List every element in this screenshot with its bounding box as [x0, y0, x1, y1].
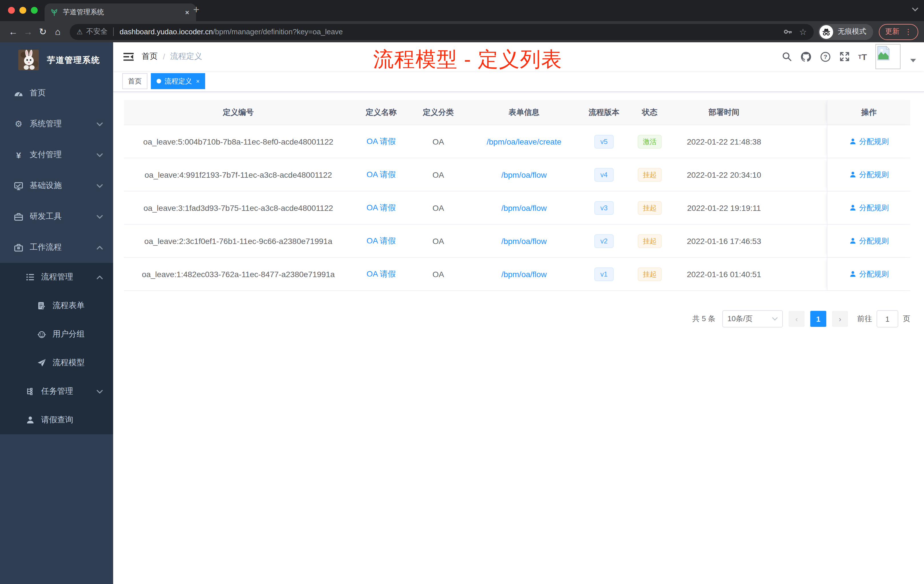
font-size-icon[interactable]: TT — [858, 52, 867, 61]
avatar[interactable] — [875, 44, 901, 69]
bookmark-star-icon[interactable]: ☆ — [799, 26, 807, 37]
form-link[interactable]: /bpm/oa/leave/create — [487, 137, 561, 146]
sidebar-item-process-management[interactable]: 流程管理 — [0, 263, 113, 292]
sidebar-item-workflow[interactable]: 工作流程 — [0, 232, 113, 263]
github-icon[interactable] — [800, 51, 811, 62]
chevron-up-icon — [97, 275, 103, 279]
user-icon — [849, 138, 856, 145]
assign-rule-button[interactable]: 分配规则 — [849, 136, 889, 147]
sidebar-item-system[interactable]: ⚙ 系统管理 — [0, 109, 113, 139]
svg-text:?: ? — [823, 53, 827, 60]
tab-title: 芋道管理系统 — [63, 7, 180, 17]
dashboard-icon — [14, 88, 23, 98]
forward-button[interactable]: → — [21, 26, 35, 37]
sidebar-item-infrastructure[interactable]: 基础设施 — [0, 170, 113, 201]
tab-search-icon[interactable] — [912, 7, 918, 12]
chevron-down-icon — [772, 317, 778, 320]
definition-name-link[interactable]: OA 请假 — [366, 236, 396, 246]
home-button[interactable]: ⌂ — [50, 26, 65, 37]
browser-update-button[interactable]: 更新 ⋮ — [879, 24, 918, 40]
sidebar: 芋道管理系统 首页 ⚙ 系统管理 ¥ 支付管理 — [0, 42, 113, 584]
table-row: oa_leave:5:004b710b-7b8a-11ec-8ef0-acde4… — [124, 125, 910, 158]
table-row: oa_leave:2:3c1f0ef1-76b1-11ec-9c66-a2380… — [124, 224, 910, 258]
tag-home[interactable]: 首页 — [122, 73, 147, 89]
sidebar-item-label: 首页 — [30, 88, 103, 98]
definition-name-link[interactable]: OA 请假 — [366, 136, 396, 147]
current-page-button[interactable]: 1 — [810, 311, 826, 327]
cell-deploy-time: 2022-01-22 21:48:38 — [673, 125, 776, 158]
definition-name-link[interactable]: OA 请假 — [366, 170, 396, 180]
sidebar-item-process-model[interactable]: 流程模型 — [0, 348, 113, 377]
form-link[interactable]: /bpm/oa/flow — [502, 236, 547, 246]
sidebar-logo-row[interactable]: 芋道管理系统 — [0, 42, 113, 78]
chevron-down-icon — [97, 184, 103, 188]
form-icon — [36, 301, 46, 310]
version-tag: v5 — [594, 135, 614, 148]
url-path: /bpm/manager/definition?key=oa_leave — [213, 27, 343, 36]
page-size-select[interactable]: 10条/页 — [722, 310, 783, 327]
tag-process-definition[interactable]: 流程定义 × — [151, 73, 205, 89]
form-link[interactable]: /bpm/oa/flow — [502, 269, 547, 279]
page-unit-label: 页 — [903, 314, 910, 324]
cell-deploy-time: 2022-01-16 17:46:53 — [673, 224, 776, 257]
definition-name-link[interactable]: OA 请假 — [366, 203, 396, 213]
sidebar-item-home[interactable]: 首页 — [0, 78, 113, 109]
red-annotation-text: 流程模型 - 定义列表 — [373, 46, 562, 74]
browser-menu-icon[interactable]: ⋮ — [904, 27, 912, 36]
col-header-deploy-time: 部署时间 — [673, 100, 776, 125]
version-tag: v1 — [594, 267, 614, 281]
sidebar-collapse-icon[interactable] — [124, 52, 134, 61]
minimize-window-button[interactable] — [20, 7, 26, 14]
reload-button[interactable]: ↻ — [35, 26, 50, 37]
col-header-filler — [776, 100, 827, 125]
form-link[interactable]: /bpm/oa/flow — [502, 170, 547, 179]
sidebar-workflow-submenu: 流程管理 流程表单 用户分组 — [0, 263, 113, 434]
next-page-button[interactable]: › — [832, 311, 848, 327]
sidebar-item-payment[interactable]: ¥ 支付管理 — [0, 139, 113, 170]
tag-close-icon[interactable]: × — [196, 78, 200, 84]
definition-name-link[interactable]: OA 请假 — [366, 269, 396, 279]
cell-filler — [776, 191, 827, 224]
user-icon — [849, 171, 856, 178]
browser-tab[interactable]: 芋道管理系统 × — [45, 3, 196, 21]
search-icon[interactable] — [781, 51, 792, 62]
form-link[interactable]: /bpm/oa/flow — [502, 203, 547, 212]
user-icon — [849, 204, 856, 211]
page-content: 定义编号 定义名称 定义分类 表单信息 流程版本 状态 部署时间 操作 oa_l… — [113, 92, 924, 584]
new-tab-button[interactable]: + — [193, 3, 200, 16]
sidebar-item-label: 基础设施 — [30, 181, 97, 191]
sidebar-item-label: 流程管理 — [41, 272, 97, 282]
tab-close-icon[interactable]: × — [184, 8, 190, 16]
sidebar-item-leave-query[interactable]: 请假查询 — [0, 406, 113, 434]
not-secure-label[interactable]: 不安全 — [86, 27, 108, 36]
sidebar-item-dev-tools[interactable]: 研发工具 — [0, 201, 113, 232]
sidebar-item-user-group[interactable]: 用户分组 — [0, 320, 113, 348]
goto-page-input[interactable]: 1 — [876, 310, 898, 327]
assign-rule-button[interactable]: 分配规则 — [849, 203, 889, 213]
assign-rule-button[interactable]: 分配规则 — [849, 170, 889, 180]
chevron-down-icon[interactable] — [910, 59, 916, 62]
cell-definition-id: oa_leave:5:004b710b-7b8a-11ec-8ef0-acde4… — [124, 125, 353, 158]
fullscreen-icon[interactable] — [839, 51, 850, 62]
pagination: 共 5 条 10条/页 ‹ 1 › 前往 1 页 — [124, 310, 910, 327]
close-window-button[interactable] — [8, 7, 15, 14]
saved-password-key-icon[interactable] — [782, 27, 792, 36]
tag-label: 流程定义 — [165, 76, 192, 86]
breadcrumb-home[interactable]: 首页 — [142, 51, 158, 62]
sidebar-item-task-management[interactable]: 任务管理 — [0, 377, 113, 406]
assign-rule-button[interactable]: 分配规则 — [849, 269, 889, 279]
cell-deploy-time: 2022-01-16 01:40:51 — [673, 258, 776, 290]
cell-category: OA — [410, 191, 467, 224]
main-area: 首页 / 流程定义 流程模型 - 定义列表 ? — [113, 42, 924, 584]
back-button[interactable]: ← — [6, 26, 21, 37]
help-icon[interactable]: ? — [820, 51, 831, 62]
prev-page-button[interactable]: ‹ — [789, 311, 805, 327]
cell-category: OA — [410, 158, 467, 191]
zoom-window-button[interactable] — [31, 7, 38, 14]
assign-rule-button[interactable]: 分配规则 — [849, 236, 889, 246]
sidebar-item-process-form[interactable]: 流程表单 — [0, 292, 113, 320]
navbar-actions: ? TT — [781, 44, 924, 69]
address-bar[interactable]: ⚠ 不安全 dashboard.yudao.iocoder.cn/bpm/man… — [70, 24, 814, 40]
window-controls — [8, 7, 38, 14]
sidebar-item-label: 流程模型 — [53, 358, 103, 368]
